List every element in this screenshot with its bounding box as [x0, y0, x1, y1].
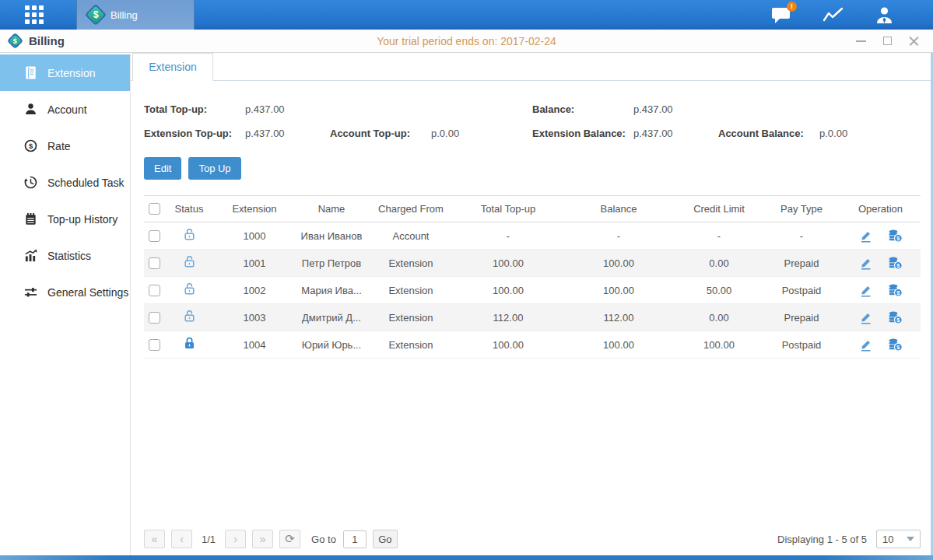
notification-badge — [787, 2, 797, 12]
edit-button[interactable]: Edit — [144, 157, 181, 180]
account-top-up-value: p.0.00 — [431, 128, 516, 139]
top-up-coins-icon[interactable]: $ — [888, 229, 903, 243]
row-checkbox[interactable] — [149, 257, 160, 269]
svg-text:$: $ — [29, 142, 33, 150]
lock-open-icon — [183, 228, 196, 241]
close-icon[interactable] — [909, 36, 919, 46]
page-size-value: 10 — [882, 534, 893, 545]
prev-page-button[interactable]: ‹ — [171, 530, 192, 548]
table-row: 1003 Дмитрий Д... Extension 112.00 112.0… — [144, 304, 921, 331]
extension-top-up-label: Extension Top-up: — [144, 128, 245, 139]
col-charged-from: Charged From — [367, 196, 454, 222]
col-total-top-up: Total Top-up — [454, 196, 562, 222]
person-icon — [24, 103, 37, 116]
sidebar-item-statistics[interactable]: Statistics — [0, 237, 130, 274]
topbar-tab-label: Billing — [110, 9, 138, 21]
row-checkbox[interactable] — [149, 339, 160, 351]
extension-top-up-value: p.437.00 — [245, 128, 330, 139]
dollar-circle-icon: $ — [24, 139, 37, 152]
select-all-checkbox[interactable] — [149, 203, 160, 215]
row-checkbox[interactable] — [149, 285, 160, 296]
balance-summary: Total Top-up: p.437.00 Extension Top-up:… — [144, 97, 921, 145]
main-panel: Extension Total Top-up: p.437.00 Extensi… — [131, 53, 931, 555]
history-clock-icon — [24, 176, 37, 189]
go-button[interactable]: Go — [373, 530, 398, 548]
chat-messages-icon[interactable] — [771, 6, 791, 24]
goto-label: Go to — [311, 534, 336, 545]
lock-open-icon — [183, 310, 196, 323]
account-top-up-label: Account Top-up: — [330, 128, 431, 139]
top-up-coins-icon[interactable]: $ — [888, 311, 903, 324]
reports-chart-icon[interactable] — [823, 6, 844, 23]
topbar-billing-tab[interactable]: $ Billing — [76, 0, 195, 30]
next-page-button[interactable]: › — [225, 530, 246, 548]
lock-closed-icon — [183, 337, 196, 350]
sidebar-item-rate[interactable]: $ Rate — [0, 128, 130, 164]
col-credit-limit: Credit Limit — [675, 196, 763, 222]
window-title: Billing — [29, 34, 65, 47]
sidebar-item-extension[interactable]: Extension — [0, 54, 130, 91]
app-grid-menu-icon[interactable] — [25, 5, 44, 24]
minimize-icon[interactable] — [856, 36, 866, 46]
balance-value: p.437.00 — [633, 103, 718, 115]
chevron-down-icon — [907, 537, 914, 541]
extension-balance-value: p.437.00 — [633, 128, 718, 139]
col-pay-type: Pay Type — [763, 196, 840, 222]
last-page-button[interactable]: » — [252, 530, 273, 548]
page-size-select[interactable]: 10 — [876, 530, 921, 548]
lock-open-icon — [183, 255, 196, 268]
edit-pencil-icon[interactable] — [859, 257, 872, 270]
ledger-icon — [24, 66, 37, 79]
top-up-coins-icon[interactable]: $ — [888, 257, 903, 270]
total-top-up-value: p.437.00 — [245, 103, 330, 115]
sidebar-item-label: Rate — [47, 140, 71, 152]
page-info: 1/1 — [202, 534, 216, 545]
table-row: 1004 Юрий Юрь... Extension 100.00 100.00… — [144, 331, 921, 359]
account-balance-label: Account Balance: — [718, 128, 819, 139]
extension-table: Status Extension Name Charged From Total… — [144, 195, 921, 359]
col-extension: Extension — [213, 196, 296, 222]
edit-pencil-icon[interactable] — [859, 311, 872, 324]
sidebar-item-general-settings[interactable]: General Settings — [0, 274, 130, 310]
sidebar-item-account[interactable]: Account — [0, 91, 130, 128]
sidebar-item-scheduled-task[interactable]: Scheduled Task — [0, 164, 130, 201]
tab-extension[interactable]: Extension — [132, 53, 213, 81]
billing-app-icon: $ — [7, 33, 23, 49]
sidebar-item-label: Account — [47, 103, 87, 116]
window-titlebar: $ Billing Your trial period ends on: 201… — [0, 30, 933, 53]
top-up-button[interactable]: Top Up — [188, 157, 240, 180]
col-operation: Operation — [840, 196, 921, 222]
table-row: 1001 Петр Петров Extension 100.00 100.00… — [144, 250, 921, 277]
top-up-coins-icon[interactable]: $ — [888, 338, 903, 352]
displaying-info: Displaying 1 - 5 of 5 — [777, 534, 867, 545]
account-balance-value: p.0.00 — [819, 128, 904, 139]
refresh-icon[interactable]: ⟳ — [279, 530, 300, 548]
edit-pencil-icon[interactable] — [859, 284, 872, 297]
user-account-icon[interactable] — [875, 6, 894, 24]
first-page-button[interactable]: « — [144, 530, 165, 548]
pagination-bar: « ‹ 1/1 › » ⟳ Go to Go Displaying 1 - 5 … — [144, 530, 921, 548]
window-bottom-border — [0, 555, 933, 560]
maximize-icon[interactable] — [882, 36, 893, 46]
sidebar-item-label: Top-up History — [47, 213, 118, 226]
sidebar: Extension Account $ Rate Scheduled Task — [0, 53, 131, 555]
table-header-row: Status Extension Name Charged From Total… — [144, 196, 921, 222]
goto-page-input[interactable] — [343, 530, 367, 548]
edit-pencil-icon[interactable] — [859, 338, 872, 352]
sidebar-item-label: Statistics — [47, 250, 91, 262]
row-checkbox[interactable] — [149, 312, 160, 324]
notepad-icon — [24, 212, 37, 226]
tab-strip: Extension — [131, 53, 931, 81]
row-checkbox[interactable] — [149, 230, 160, 242]
col-balance: Balance — [562, 196, 675, 222]
extension-balance-label: Extension Balance: — [532, 128, 633, 139]
top-up-coins-icon[interactable]: $ — [888, 284, 903, 297]
lock-open-icon — [183, 282, 196, 296]
stats-chart-icon — [24, 249, 37, 262]
edit-pencil-icon[interactable] — [859, 229, 872, 243]
col-name: Name — [296, 196, 367, 222]
col-status: Status — [165, 196, 213, 222]
billing-dollar-diamond-icon: $ — [85, 4, 107, 26]
sidebar-item-top-up-history[interactable]: Top-up History — [0, 201, 130, 237]
table-row: 1000 Иван Иванов Account - - - - — [144, 222, 921, 250]
